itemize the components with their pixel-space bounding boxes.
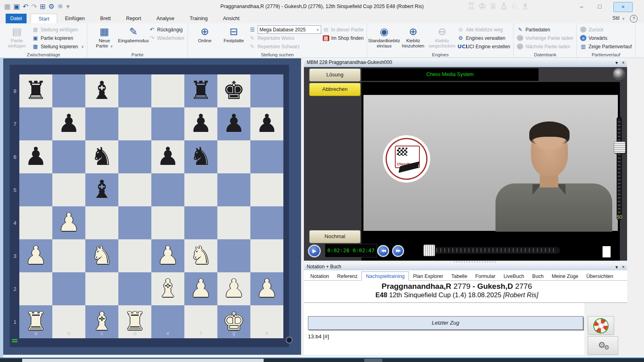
help-icon[interactable]: ?	[630, 15, 638, 23]
fast-forward-button[interactable]: ▶▶	[392, 245, 404, 257]
square-c5[interactable]: ♝	[85, 173, 118, 206]
video-player[interactable]: ChessBase	[361, 82, 620, 261]
square-c3[interactable]: ♞	[85, 239, 118, 272]
square-d2[interactable]	[118, 272, 151, 305]
square-a5[interactable]	[19, 173, 52, 206]
square-g3[interactable]	[217, 239, 250, 272]
rewind-button[interactable]: ◀◀	[377, 245, 389, 257]
square-f4[interactable]	[184, 206, 217, 239]
notation-tab-bersichten[interactable]: Übersichten	[582, 272, 617, 280]
notation-tab-formular[interactable]: Formular	[471, 272, 500, 280]
close-button[interactable]: ×	[613, 2, 633, 12]
notation-tab-tabelle[interactable]: Tabelle	[447, 272, 471, 280]
uci-engine-erstellen-button[interactable]: UCIUCI Engine erstellen	[457, 43, 510, 50]
media-panel-header[interactable]: MBM 228 Praggnanandhaa-Gukesh000 ▾×	[304, 58, 627, 67]
neue-partie-button[interactable]: ▦Neue Partie ∨	[91, 25, 118, 49]
square-c7[interactable]	[85, 107, 118, 140]
square-b4[interactable]: ♟	[52, 206, 85, 239]
square-a6[interactable]: ♟	[19, 140, 52, 173]
square-g4[interactable]	[217, 206, 250, 239]
square-g5[interactable]	[217, 173, 250, 206]
square-d3[interactable]	[118, 239, 151, 272]
festplatte-button[interactable]: ⊟Festplatte	[220, 25, 248, 44]
vorwaerts-button[interactable]: »Vorwärts	[580, 34, 632, 42]
tab-einfgen[interactable]: Einfügen	[57, 14, 92, 23]
tab-start[interactable]: Start	[31, 14, 57, 23]
square-f2[interactable]: ♟	[184, 272, 217, 305]
tab-analyse[interactable]: Analyse	[149, 14, 182, 23]
im-shop-finden-button[interactable]: ▦Im Shop finden	[323, 34, 364, 42]
style-dropdown[interactable]: Stil ∨	[613, 15, 625, 21]
partiedaten-button[interactable]: ✎Partiedaten	[517, 26, 573, 33]
square-b6[interactable]	[52, 140, 85, 173]
square-f7[interactable]: ♟	[184, 107, 217, 140]
notation-tab-livebuch[interactable]: LiveBuch	[500, 272, 528, 280]
square-e7[interactable]	[151, 107, 184, 140]
notation-tab-referenz[interactable]: Referenz	[333, 272, 362, 280]
online-button[interactable]: ⊕Online	[191, 25, 219, 44]
partie-kopieren-button[interactable]: ▣Partie kopieren	[32, 34, 84, 42]
cancel-button[interactable]: Abbrechen	[309, 83, 361, 96]
taskbar-item[interactable]	[22, 359, 264, 362]
engine-settings-button[interactable]: ⚙⚙	[588, 336, 618, 355]
panel-close-icon[interactable]: ×	[622, 59, 625, 67]
square-d7[interactable]	[118, 107, 151, 140]
maximize-button[interactable]: □	[594, 2, 606, 11]
database-select-box[interactable]: Mega Database 2025∨	[258, 25, 321, 34]
square-g2[interactable]: ♟	[217, 272, 250, 305]
tab-ansicht[interactable]: Ansicht	[215, 14, 247, 23]
engines-verwalten-button[interactable]: ⚙Engines verwalten	[457, 34, 510, 42]
square-d8[interactable]	[118, 74, 151, 107]
square-a8[interactable]: ♜	[19, 74, 52, 107]
notation-tab-nachspieltraining[interactable]: Nachspieltraining	[361, 272, 409, 281]
square-a3[interactable]: ♟	[19, 239, 52, 272]
square-a7[interactable]	[19, 107, 52, 140]
square-b8[interactable]	[52, 74, 85, 107]
square-e6[interactable]: ♟	[151, 140, 184, 173]
square-f6[interactable]: ♞	[184, 140, 217, 173]
notation-tab-notation[interactable]: Notation	[306, 272, 333, 280]
play-button[interactable]: ▶	[308, 245, 321, 257]
square-f8[interactable]: ♜	[184, 74, 217, 107]
volume-slider[interactable]	[617, 117, 622, 220]
stellung-kopieren-button[interactable]: ▦Stellung kopieren∨	[32, 43, 84, 50]
square-h3[interactable]	[250, 239, 283, 272]
square-c6[interactable]: ♞	[85, 140, 118, 173]
last-move-button[interactable]: Letzter Zug	[308, 316, 583, 330]
square-h7[interactable]: ♟	[250, 107, 283, 140]
tab-report[interactable]: Report	[118, 14, 149, 23]
square-c2[interactable]	[85, 272, 118, 305]
square-b2[interactable]	[52, 272, 85, 305]
speaker-icon[interactable]	[613, 68, 624, 79]
square-f5[interactable]	[184, 173, 217, 206]
square-h4[interactable]	[250, 206, 283, 239]
square-g7[interactable]: ♟	[217, 107, 250, 140]
square-b7[interactable]: ♟	[52, 107, 85, 140]
square-h2[interactable]: ♟	[250, 272, 283, 305]
square-a4[interactable]	[19, 206, 52, 239]
tab-training[interactable]: Training	[182, 14, 215, 23]
notation-tab-buch[interactable]: Buch	[528, 272, 548, 280]
eingabemodus-button[interactable]: ✎Eingabemodus	[120, 25, 147, 44]
square-h8[interactable]	[250, 74, 283, 107]
minimize-button[interactable]: –	[576, 2, 588, 11]
square-e4[interactable]	[151, 206, 184, 239]
square-h6[interactable]	[250, 140, 283, 173]
tab-brett[interactable]: Brett	[93, 14, 118, 23]
square-g6[interactable]	[217, 140, 250, 173]
rueckgaengig-button[interactable]: ↶Rückgängig	[149, 26, 184, 33]
square-h5[interactable]	[250, 173, 283, 206]
solution-button[interactable]: Lösung	[309, 68, 361, 82]
square-g8[interactable]: ♚	[217, 74, 250, 107]
training-help-button[interactable]	[588, 316, 614, 335]
notation-tab-meinezge[interactable]: Meine Züge	[548, 272, 582, 280]
panel-collapse-icon[interactable]: ▾	[615, 59, 618, 67]
square-c4[interactable]	[85, 206, 118, 239]
current-move-text[interactable]: 13.b4 [#]	[308, 333, 329, 339]
database-select[interactable]: ☰Mega Database 2025∨	[249, 26, 321, 33]
square-c8[interactable]: ♝	[85, 74, 118, 107]
square-f3[interactable]: ♞	[184, 239, 217, 272]
zeige-partienverlauf-button[interactable]: ▥Zeige Partienverlauf	[580, 43, 632, 50]
seek-bar[interactable]	[423, 247, 560, 254]
square-e8[interactable]	[151, 74, 184, 107]
